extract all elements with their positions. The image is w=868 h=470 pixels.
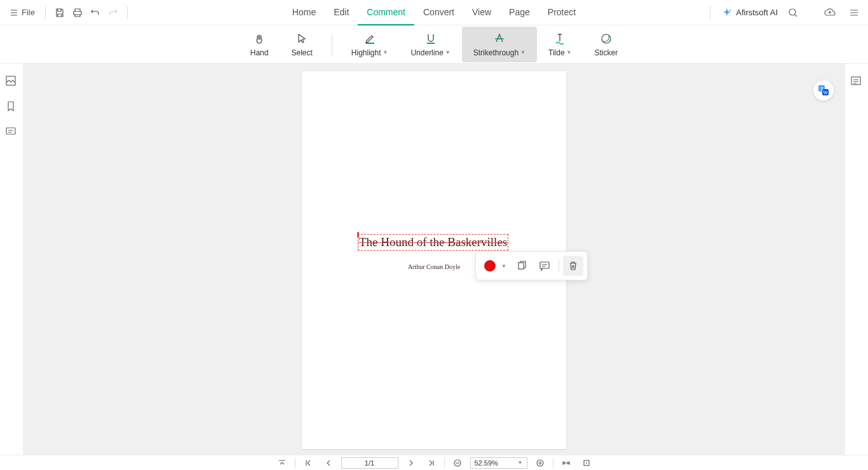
fit-page-button[interactable] <box>579 457 594 469</box>
zoom-select[interactable]: 52.59% ▼ <box>470 457 527 469</box>
file-menu-label: File <box>22 8 35 17</box>
underline-icon <box>424 32 438 46</box>
search-button[interactable] <box>784 4 802 22</box>
zoom-out-button[interactable] <box>450 457 465 469</box>
tool-label: Tilde <box>548 48 565 57</box>
highlight-tool[interactable]: Highlight▼ <box>340 27 400 62</box>
file-menu[interactable]: File <box>5 8 40 17</box>
zoom-out-icon <box>453 459 462 467</box>
translate-button[interactable]: 文W <box>813 80 834 100</box>
copy-annotation-button[interactable] <box>512 256 532 276</box>
document-viewport[interactable]: The Hound of the Baskervilles Arthur Con… <box>23 64 845 455</box>
underline-tool[interactable]: Underline▼ <box>399 27 461 62</box>
next-page-button[interactable] <box>403 457 419 469</box>
svg-text:W: W <box>824 90 828 95</box>
page-number-input[interactable] <box>341 457 398 469</box>
copy-icon <box>516 260 527 272</box>
tab-comment[interactable]: Comment <box>358 0 414 25</box>
thumbnails-button[interactable] <box>5 75 18 88</box>
save-icon <box>55 8 65 18</box>
color-swatch <box>484 260 496 272</box>
selection-handle[interactable] <box>357 232 359 237</box>
tool-label: Hand <box>250 48 269 57</box>
fit-width-button[interactable] <box>559 457 574 469</box>
comments-panel-button[interactable] <box>5 126 18 139</box>
more-button[interactable] <box>845 4 863 22</box>
svg-point-14 <box>586 462 587 464</box>
strikethrough-line <box>358 242 508 243</box>
last-page-button[interactable] <box>424 457 439 469</box>
tab-label: Convert <box>423 7 454 17</box>
next-icon <box>407 459 416 467</box>
strikethrough-selection-box[interactable] <box>358 234 508 251</box>
hand-icon <box>252 32 266 46</box>
prev-page-button[interactable] <box>321 457 336 469</box>
zoom-in-icon <box>536 459 545 467</box>
title-annotation-wrap[interactable]: The Hound of the Baskervilles <box>359 235 507 249</box>
sparkle-icon <box>722 8 732 18</box>
cloud-button[interactable] <box>821 4 839 22</box>
save-button[interactable] <box>51 4 69 22</box>
tab-label: Page <box>509 7 530 17</box>
right-sidebar <box>845 64 868 88</box>
scroll-top-button[interactable] <box>275 457 290 469</box>
first-page-button[interactable] <box>301 457 316 469</box>
svg-point-1 <box>602 34 611 43</box>
select-tool[interactable]: Select <box>280 27 323 62</box>
divider <box>444 459 445 467</box>
thumbnails-icon <box>5 75 17 86</box>
bookmark-icon <box>5 100 17 112</box>
tool-label: Select <box>291 48 312 57</box>
tab-view[interactable]: View <box>463 0 500 25</box>
hand-tool[interactable]: Hand <box>239 27 280 62</box>
tab-label: Edit <box>334 7 349 17</box>
sticker-icon <box>599 32 613 46</box>
more-icon <box>849 8 859 18</box>
zoom-in-button[interactable] <box>532 457 548 469</box>
sticker-tool[interactable]: Sticker <box>583 27 630 62</box>
tool-label: Sticker <box>595 48 618 57</box>
tool-label: Highlight <box>351 48 381 57</box>
divider <box>127 6 128 19</box>
chevron-down-icon: ▼ <box>518 460 523 466</box>
redo-button[interactable] <box>104 4 122 22</box>
properties-button[interactable] <box>850 75 863 88</box>
tab-label: View <box>472 7 491 17</box>
chevron-down-icon[interactable]: ▼ <box>501 263 506 269</box>
fit-page-icon <box>582 459 591 467</box>
ai-label: Afirstsoft AI <box>736 8 778 17</box>
tab-label: Comment <box>367 7 405 17</box>
undo-icon <box>90 8 100 18</box>
cursor-icon <box>295 32 309 46</box>
tilde-tool[interactable]: Tilde▼ <box>537 27 583 62</box>
chevron-down-icon: ▼ <box>445 50 451 55</box>
cloud-icon <box>824 8 836 18</box>
divider <box>295 459 295 467</box>
prev-icon <box>324 459 333 467</box>
add-note-button[interactable] <box>534 256 555 276</box>
top-right-group: Afirstsoft AI <box>705 4 863 22</box>
tilde-icon <box>553 32 567 46</box>
annotation-float-toolbar: ▼ <box>475 251 588 280</box>
tab-edit[interactable]: Edit <box>325 0 358 25</box>
tab-convert[interactable]: Convert <box>414 0 463 25</box>
fit-width-icon <box>562 459 571 467</box>
ai-button[interactable]: Afirstsoft AI <box>722 8 778 18</box>
chevron-down-icon: ▼ <box>567 50 572 55</box>
divider <box>332 33 332 56</box>
tab-protect[interactable]: Protect <box>539 0 585 25</box>
properties-icon <box>850 75 862 86</box>
undo-button[interactable] <box>86 4 104 22</box>
svg-point-0 <box>789 9 796 15</box>
strikethrough-tool[interactable]: Strikethrough▼ <box>462 27 537 62</box>
redo-icon <box>108 8 118 18</box>
tab-home[interactable]: Home <box>283 0 325 25</box>
delete-annotation-button[interactable] <box>563 256 583 276</box>
print-button[interactable] <box>69 4 86 22</box>
bookmarks-button[interactable] <box>5 100 18 113</box>
hamburger-icon <box>10 9 18 17</box>
comment-toolbar: Hand Select Highlight▼ Underline▼ Strike… <box>0 25 868 64</box>
tab-page[interactable]: Page <box>500 0 539 25</box>
strikethrough-icon <box>492 32 506 46</box>
annotation-color-button[interactable] <box>480 256 500 276</box>
